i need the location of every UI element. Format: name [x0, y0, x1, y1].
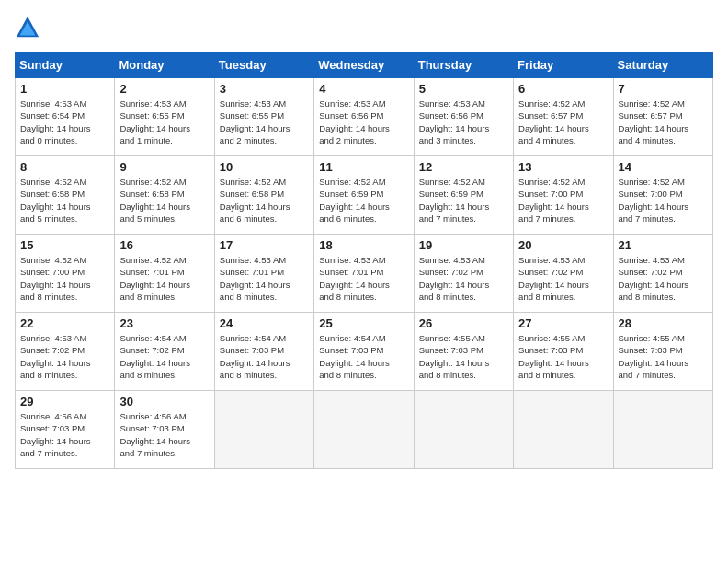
day-number: 4: [319, 82, 408, 96]
calendar-day-cell: 14Sunrise: 4:52 AMSunset: 7:00 PMDayligh…: [613, 156, 712, 235]
calendar-day-cell: 28Sunrise: 4:55 AMSunset: 7:03 PMDayligh…: [613, 313, 712, 391]
calendar-day-cell: 18Sunrise: 4:53 AMSunset: 7:01 PMDayligh…: [314, 235, 414, 313]
weekday-header-thursday: Thursday: [414, 52, 513, 78]
day-number: 11: [319, 160, 408, 174]
calendar-day-cell: 7Sunrise: 4:52 AMSunset: 6:57 PMDaylight…: [613, 78, 712, 156]
day-info: Sunrise: 4:53 AMSunset: 7:01 PMDaylight:…: [319, 254, 408, 303]
day-number: 21: [619, 238, 708, 252]
day-number: 6: [518, 82, 608, 96]
day-info: Sunrise: 4:55 AMSunset: 7:03 PMDaylight:…: [419, 332, 508, 381]
calendar-day-cell: 25Sunrise: 4:54 AMSunset: 7:03 PMDayligh…: [314, 313, 414, 391]
calendar-day-cell: 16Sunrise: 4:52 AMSunset: 7:01 PMDayligh…: [115, 235, 214, 313]
calendar-day-cell: 3Sunrise: 4:53 AMSunset: 6:55 PMDaylight…: [214, 78, 313, 156]
day-info: Sunrise: 4:54 AMSunset: 7:02 PMDaylight:…: [119, 332, 209, 381]
calendar-day-cell: 15Sunrise: 4:52 AMSunset: 7:00 PMDayligh…: [16, 235, 115, 313]
calendar-day-cell: 27Sunrise: 4:55 AMSunset: 7:03 PMDayligh…: [514, 313, 613, 391]
weekday-header-friday: Friday: [514, 52, 613, 78]
day-number: 23: [119, 316, 209, 330]
day-info: Sunrise: 4:55 AMSunset: 7:03 PMDaylight:…: [619, 332, 708, 381]
day-info: Sunrise: 4:53 AMSunset: 7:02 PMDaylight:…: [518, 254, 608, 303]
day-info: Sunrise: 4:53 AMSunset: 6:54 PMDaylight:…: [20, 98, 109, 146]
calendar-day-cell: 29Sunrise: 4:56 AMSunset: 7:03 PMDayligh…: [16, 391, 115, 469]
day-info: Sunrise: 4:52 AMSunset: 6:58 PMDaylight:…: [220, 176, 309, 224]
day-info: Sunrise: 4:52 AMSunset: 6:59 PMDaylight:…: [319, 176, 408, 224]
logo: [15, 15, 44, 40]
day-info: Sunrise: 4:53 AMSunset: 6:56 PMDaylight:…: [319, 98, 408, 146]
day-info: Sunrise: 4:52 AMSunset: 6:58 PMDaylight:…: [119, 176, 209, 224]
day-number: 5: [419, 82, 508, 96]
weekday-header-saturday: Saturday: [613, 52, 712, 78]
day-number: 18: [319, 238, 408, 252]
weekday-row: SundayMondayTuesdayWednesdayThursdayFrid…: [16, 52, 713, 78]
day-info: Sunrise: 4:53 AMSunset: 7:02 PMDaylight:…: [419, 254, 508, 303]
calendar-day-cell: [314, 391, 414, 469]
day-number: 17: [220, 238, 309, 252]
day-number: 16: [119, 238, 209, 252]
day-number: 27: [518, 316, 608, 330]
calendar-day-cell: [613, 391, 712, 469]
calendar-day-cell: 19Sunrise: 4:53 AMSunset: 7:02 PMDayligh…: [414, 235, 513, 313]
day-number: 15: [20, 238, 109, 252]
day-number: 24: [220, 316, 309, 330]
calendar-day-cell: [214, 391, 313, 469]
weekday-header-tuesday: Tuesday: [214, 52, 313, 78]
calendar-day-cell: 24Sunrise: 4:54 AMSunset: 7:03 PMDayligh…: [214, 313, 313, 391]
calendar-day-cell: [514, 391, 613, 469]
day-number: 7: [619, 82, 708, 96]
day-number: 1: [20, 82, 109, 96]
logo-icon: [15, 15, 40, 40]
day-info: Sunrise: 4:52 AMSunset: 7:00 PMDaylight:…: [619, 176, 708, 224]
day-info: Sunrise: 4:55 AMSunset: 7:03 PMDaylight:…: [518, 332, 608, 381]
calendar-week-row: 15Sunrise: 4:52 AMSunset: 7:00 PMDayligh…: [16, 235, 713, 313]
calendar-day-cell: 20Sunrise: 4:53 AMSunset: 7:02 PMDayligh…: [514, 235, 613, 313]
day-number: 13: [518, 160, 608, 174]
day-number: 8: [20, 160, 109, 174]
page-header: [15, 15, 713, 40]
day-number: 3: [220, 82, 309, 96]
calendar-day-cell: 9Sunrise: 4:52 AMSunset: 6:58 PMDaylight…: [115, 156, 214, 235]
day-number: 20: [518, 238, 608, 252]
calendar-day-cell: 26Sunrise: 4:55 AMSunset: 7:03 PMDayligh…: [414, 313, 513, 391]
day-info: Sunrise: 4:53 AMSunset: 6:55 PMDaylight:…: [220, 98, 309, 146]
day-info: Sunrise: 4:54 AMSunset: 7:03 PMDaylight:…: [220, 332, 309, 381]
calendar-day-cell: [414, 391, 513, 469]
day-number: 19: [419, 238, 508, 252]
day-number: 9: [119, 160, 209, 174]
calendar-week-row: 8Sunrise: 4:52 AMSunset: 6:58 PMDaylight…: [16, 156, 713, 235]
calendar-day-cell: 1Sunrise: 4:53 AMSunset: 6:54 PMDaylight…: [16, 78, 115, 156]
day-number: 10: [220, 160, 309, 174]
calendar-day-cell: 11Sunrise: 4:52 AMSunset: 6:59 PMDayligh…: [314, 156, 414, 235]
calendar-day-cell: 5Sunrise: 4:53 AMSunset: 6:56 PMDaylight…: [414, 78, 513, 156]
calendar-day-cell: 10Sunrise: 4:52 AMSunset: 6:58 PMDayligh…: [214, 156, 313, 235]
calendar-day-cell: 30Sunrise: 4:56 AMSunset: 7:03 PMDayligh…: [115, 391, 214, 469]
day-number: 26: [419, 316, 508, 330]
calendar-day-cell: 12Sunrise: 4:52 AMSunset: 6:59 PMDayligh…: [414, 156, 513, 235]
day-info: Sunrise: 4:52 AMSunset: 7:01 PMDaylight:…: [119, 254, 209, 303]
calendar-week-row: 29Sunrise: 4:56 AMSunset: 7:03 PMDayligh…: [16, 391, 713, 469]
calendar-day-cell: 17Sunrise: 4:53 AMSunset: 7:01 PMDayligh…: [214, 235, 313, 313]
day-number: 22: [20, 316, 109, 330]
day-number: 28: [619, 316, 708, 330]
calendar-day-cell: 21Sunrise: 4:53 AMSunset: 7:02 PMDayligh…: [613, 235, 712, 313]
calendar-day-cell: 8Sunrise: 4:52 AMSunset: 6:58 PMDaylight…: [16, 156, 115, 235]
day-info: Sunrise: 4:53 AMSunset: 7:01 PMDaylight:…: [220, 254, 309, 303]
day-number: 12: [419, 160, 508, 174]
day-number: 2: [119, 82, 209, 96]
day-info: Sunrise: 4:52 AMSunset: 6:58 PMDaylight:…: [20, 176, 109, 224]
day-info: Sunrise: 4:53 AMSunset: 7:02 PMDaylight:…: [619, 254, 708, 303]
day-info: Sunrise: 4:52 AMSunset: 6:57 PMDaylight:…: [619, 98, 708, 146]
calendar-header: SundayMondayTuesdayWednesdayThursdayFrid…: [16, 52, 713, 78]
day-info: Sunrise: 4:56 AMSunset: 7:03 PMDaylight:…: [20, 410, 109, 459]
day-number: 14: [619, 160, 708, 174]
calendar-day-cell: 2Sunrise: 4:53 AMSunset: 6:55 PMDaylight…: [115, 78, 214, 156]
day-number: 25: [319, 316, 408, 330]
day-info: Sunrise: 4:56 AMSunset: 7:03 PMDaylight:…: [119, 410, 209, 459]
calendar-body: 1Sunrise: 4:53 AMSunset: 6:54 PMDaylight…: [16, 78, 713, 469]
calendar-day-cell: 13Sunrise: 4:52 AMSunset: 7:00 PMDayligh…: [514, 156, 613, 235]
day-info: Sunrise: 4:53 AMSunset: 6:55 PMDaylight:…: [119, 98, 209, 146]
calendar-day-cell: 4Sunrise: 4:53 AMSunset: 6:56 PMDaylight…: [314, 78, 414, 156]
day-info: Sunrise: 4:52 AMSunset: 7:00 PMDaylight:…: [20, 254, 109, 303]
calendar-day-cell: 23Sunrise: 4:54 AMSunset: 7:02 PMDayligh…: [115, 313, 214, 391]
weekday-header-sunday: Sunday: [16, 52, 115, 78]
calendar-week-row: 22Sunrise: 4:53 AMSunset: 7:02 PMDayligh…: [16, 313, 713, 391]
